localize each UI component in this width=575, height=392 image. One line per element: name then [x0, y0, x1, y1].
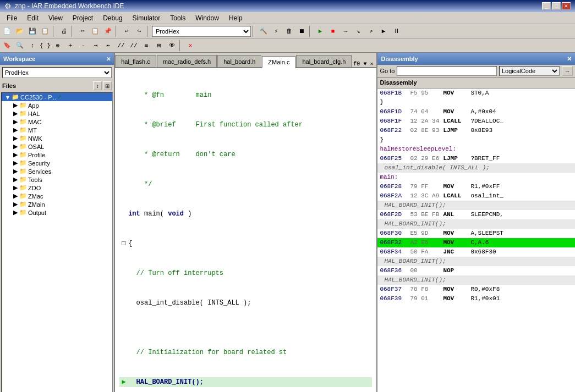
tree-item-services[interactable]: ▶ 📁 Services [2, 167, 112, 175]
tree-toggle-app[interactable]: ▶ [12, 102, 19, 109]
tree-item-root[interactable]: ▼ 📁 CC2530 - P... ✓ [2, 93, 112, 101]
stop-debug2-btn[interactable]: ✕ [184, 40, 196, 52]
tree-toggle-osal[interactable]: ▶ [12, 143, 19, 150]
collapse-btn[interactable]: - [77, 40, 89, 52]
menu-window[interactable]: Window [191, 13, 223, 23]
tree-toggle-security[interactable]: ▶ [12, 159, 19, 167]
code-line: */ [119, 179, 372, 189]
goto-go-btn[interactable]: → [562, 66, 573, 76]
step-out-btn[interactable]: ↗ [365, 25, 377, 37]
find-btn[interactable]: 🔍 [14, 40, 26, 52]
build-btn[interactable]: 🔨 [258, 25, 270, 37]
menu-view[interactable]: View [44, 13, 67, 23]
menu-project[interactable]: Project [68, 13, 97, 23]
new-button[interactable]: 📄 [1, 25, 13, 37]
maximize-button[interactable]: □ [552, 2, 561, 10]
folder-icon: 📁 [12, 93, 19, 101]
stop-debug-btn[interactable]: ■ [327, 25, 339, 37]
toggle-btn[interactable]: ⊕ [52, 40, 64, 52]
paste-button[interactable]: 📌 [102, 25, 114, 37]
tree-item-zdo[interactable]: ▶ 📁 ZDO [2, 184, 112, 192]
goto-mode-select[interactable]: LogicalCode [499, 66, 560, 76]
code-editor[interactable]: * @fn main * @brief First function calle… [115, 68, 376, 392]
disasm-source-hal1: HAL_BOARD_INIT(); [377, 201, 575, 210]
tab-hal-board-h[interactable]: hal_board.h [217, 55, 261, 67]
tree-item-osal[interactable]: ▶ 📁 OSAL [2, 142, 112, 151]
group-icon[interactable]: ⊞ [103, 81, 112, 90]
save-button[interactable]: 💾 [26, 25, 39, 37]
tree-toggle-mac[interactable]: ▶ [12, 118, 19, 125]
menu-simulator[interactable]: Simulator [128, 13, 165, 23]
save-all-button[interactable]: 📋 [39, 25, 51, 37]
menu-debug[interactable]: Debug [98, 13, 127, 23]
tree-toggle-mt[interactable]: ▶ [12, 126, 19, 134]
menu-help[interactable]: Help [224, 13, 247, 23]
indent-btn[interactable]: ⇥ [90, 40, 102, 52]
tree-item-output[interactable]: ▶ 📁 Output [2, 208, 112, 217]
tree-item-security[interactable]: ▶ 📁 Security [2, 159, 112, 167]
workspace-close[interactable]: ✕ [106, 56, 111, 62]
close-button[interactable]: ✕ [562, 2, 571, 10]
sort-icon[interactable]: ↕ [93, 81, 102, 90]
menu-tools[interactable]: Tools [166, 13, 190, 23]
template-btn[interactable]: ⊞ [153, 40, 165, 52]
tree-item-mac[interactable]: ▶ 📁 MAC [2, 118, 112, 126]
match-btn[interactable]: { } [39, 40, 51, 52]
run-btn[interactable]: ▶ [377, 25, 390, 37]
menu-file[interactable]: File [2, 13, 21, 23]
tab-dropdown-btn[interactable]: ▼ [362, 61, 368, 67]
tree-toggle-zmac[interactable]: ▶ [12, 192, 19, 200]
tree-toggle-services[interactable]: ▶ [12, 168, 19, 175]
tree-item-zmac[interactable]: ▶ 📁 ZMac [2, 192, 112, 200]
undo-button[interactable]: ↩ [121, 25, 133, 37]
disasm-close[interactable]: ✕ [567, 56, 572, 63]
tab-mac-radio[interactable]: mac_radio_defs.h [157, 55, 217, 67]
uncomment-btn[interactable]: // [128, 40, 140, 52]
tree-toggle-root[interactable]: ▼ [4, 94, 12, 101]
open-button[interactable]: 📂 [14, 25, 26, 37]
tree-item-hal[interactable]: ▶ 📁 HAL [2, 109, 112, 118]
debug-btn[interactable]: ▶ [314, 25, 326, 37]
tree-item-nwk[interactable]: ▶ 📁 NWK [2, 134, 112, 142]
break-btn[interactable]: ⏸ [390, 25, 402, 37]
bookmark-btn[interactable]: 🔖 [1, 40, 13, 52]
print-button[interactable]: 🖨 [58, 25, 70, 37]
tab-ctrl-f0[interactable]: f0 [352, 61, 361, 67]
compile-btn[interactable]: ⚡ [270, 25, 282, 37]
tree-toggle-tools[interactable]: ▶ [12, 176, 19, 183]
copy-button[interactable]: 📋 [89, 25, 101, 37]
comment-btn[interactable]: // [115, 40, 127, 52]
menu-edit[interactable]: Edit [23, 13, 43, 23]
tab-zmain[interactable]: ZMain.c [262, 56, 295, 68]
stop-btn[interactable]: ⏹ [295, 25, 308, 37]
tree-toggle-output[interactable]: ▶ [12, 209, 19, 216]
workspace-dropdown[interactable]: ProdHex [2, 67, 112, 78]
tree-item-profile[interactable]: ▶ 📁 Profile [2, 151, 112, 159]
tree-toggle-profile[interactable]: ▶ [12, 151, 19, 158]
step-over-btn[interactable]: → [339, 25, 352, 37]
cut-button[interactable]: ✂ [76, 25, 89, 37]
tab-hal-flash[interactable]: hal_flash.c [115, 55, 156, 67]
toolbar-separator-5 [253, 26, 256, 37]
tree-item-mt[interactable]: ▶ 📁 MT [2, 126, 112, 134]
tree-item-tools[interactable]: ▶ 📁 Tools [2, 175, 112, 184]
goto-btn[interactable]: ↕ [26, 40, 39, 52]
clean-btn[interactable]: 🗑 [283, 25, 295, 37]
complete-btn[interactable]: ≡ [140, 40, 152, 52]
tree-toggle-nwk[interactable]: ▶ [12, 135, 19, 142]
tab-close-btn[interactable]: ✕ [369, 60, 374, 67]
tab-hal-board-cfg[interactable]: hal_board_cfg.h [296, 55, 352, 67]
expand-btn[interactable]: + [64, 40, 76, 52]
goto-input[interactable] [397, 66, 497, 76]
tree-item-zmain[interactable]: ▶ 📁 ZMain [2, 200, 112, 208]
workspace-selector[interactable]: ProdHex [152, 26, 251, 37]
tree-toggle-zdo[interactable]: ▶ [12, 184, 19, 191]
minimize-button[interactable]: _ [542, 2, 551, 10]
tree-toggle-zmain[interactable]: ▶ [12, 201, 19, 208]
step-into-btn[interactable]: ↘ [352, 25, 364, 37]
tree-toggle-hal[interactable]: ▶ [12, 110, 19, 117]
redo-button[interactable]: ↪ [133, 25, 145, 37]
view-btn[interactable]: 👁 [166, 40, 178, 52]
tree-item-app[interactable]: ▶ 📁 App [2, 101, 112, 109]
unindent-btn[interactable]: ⇤ [102, 40, 114, 52]
